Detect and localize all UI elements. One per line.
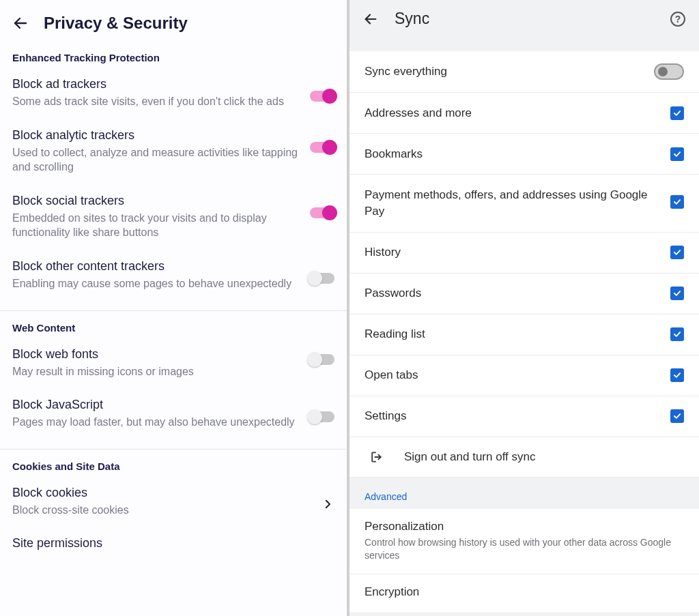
sign-out-icon bbox=[369, 450, 384, 465]
toggle-other-trackers[interactable] bbox=[310, 273, 334, 284]
row-label: Payment methods, offers, and addresses u… bbox=[365, 187, 670, 220]
divider bbox=[0, 449, 347, 450]
checkbox-history[interactable] bbox=[670, 246, 684, 259]
toggle-social-trackers[interactable] bbox=[310, 207, 334, 218]
sign-out-row[interactable]: Sign out and turn off sync bbox=[350, 437, 699, 478]
sync-settings-row[interactable]: Settings bbox=[350, 396, 699, 437]
pref-title: Block JavaScript bbox=[12, 398, 302, 412]
row-label: Sync everything bbox=[365, 65, 654, 78]
pref-block-ad-trackers[interactable]: Block ad trackers Some ads track site vi… bbox=[0, 72, 347, 123]
sync-open-tabs-row[interactable]: Open tabs bbox=[350, 355, 699, 396]
sync-history-row[interactable]: History bbox=[350, 233, 699, 274]
row-label: Settings bbox=[365, 409, 670, 423]
personalization-row[interactable]: Personalization Control how browsing his… bbox=[350, 509, 699, 574]
toggle-analytic-trackers[interactable] bbox=[310, 142, 334, 153]
pref-block-other-trackers[interactable]: Block other content trackers Enabling ma… bbox=[0, 254, 347, 305]
toggle-sync-everything[interactable] bbox=[654, 63, 684, 80]
toggle-ad-trackers[interactable] bbox=[310, 91, 334, 102]
sync-payment-row[interactable]: Payment methods, offers, and addresses u… bbox=[350, 175, 699, 233]
row-label: Passwords bbox=[365, 287, 670, 300]
checkbox-payment[interactable] bbox=[670, 195, 684, 209]
pref-title: Block other content trackers bbox=[12, 259, 302, 274]
left-header: Privacy & Security bbox=[0, 0, 347, 49]
right-header: Sync ? bbox=[350, 0, 699, 38]
pref-subtitle: Block cross-site cookies bbox=[12, 503, 321, 518]
section-cookies: Cookies and Site Data bbox=[0, 458, 347, 480]
pref-subtitle: Used to collect, analyze and measure act… bbox=[12, 145, 302, 175]
row-label: Open tabs bbox=[365, 368, 670, 382]
pref-block-javascript[interactable]: Block JavaScript Pages may load faster, … bbox=[0, 392, 347, 443]
pref-title: Block social trackers bbox=[12, 194, 302, 208]
help-icon[interactable]: ? bbox=[670, 12, 685, 27]
pref-subtitle: Some ads track site visits, even if you … bbox=[12, 94, 302, 109]
row-title: Personalization bbox=[365, 520, 684, 533]
sync-passwords-row[interactable]: Passwords bbox=[350, 274, 699, 314]
row-label: History bbox=[365, 246, 670, 259]
pref-title: Block cookies bbox=[12, 486, 321, 500]
chevron-right-icon bbox=[321, 497, 334, 511]
encryption-row[interactable]: Encryption bbox=[350, 574, 699, 613]
pref-title: Block web fonts bbox=[12, 347, 302, 362]
privacy-security-pane: Privacy & Security Enhanced Tracking Pro… bbox=[0, 0, 350, 616]
sync-bookmarks-row[interactable]: Bookmarks bbox=[350, 134, 699, 175]
section-tracking-protection: Enhanced Tracking Protection bbox=[0, 49, 347, 72]
pref-subtitle: May result in missing icons or images bbox=[12, 364, 302, 379]
page-title: Privacy & Security bbox=[44, 14, 188, 33]
section-web-content: Web Content bbox=[0, 319, 347, 342]
pref-block-cookies[interactable]: Block cookies Block cross-site cookies bbox=[0, 480, 347, 531]
pref-subtitle: Embedded on sites to track your visits a… bbox=[12, 211, 302, 240]
sync-pane: Sync ? Sync everything Addresses and mor… bbox=[350, 0, 699, 616]
pref-block-web-fonts[interactable]: Block web fonts May result in missing ic… bbox=[0, 342, 347, 393]
checkbox-bookmarks[interactable] bbox=[670, 147, 684, 161]
pref-site-permissions[interactable]: Site permissions bbox=[0, 531, 347, 563]
divider bbox=[0, 310, 347, 311]
row-label: Bookmarks bbox=[365, 147, 670, 161]
advanced-section-label: Advanced bbox=[350, 478, 699, 509]
sync-list: Sync everything Addresses and more Bookm… bbox=[350, 51, 699, 478]
page-title: Sync bbox=[395, 10, 654, 28]
checkbox-reading-list[interactable] bbox=[670, 327, 684, 341]
back-arrow-icon[interactable] bbox=[12, 15, 29, 31]
checkbox-addresses[interactable] bbox=[670, 106, 684, 120]
sync-reading-list-row[interactable]: Reading list bbox=[350, 314, 699, 355]
pref-title: Block ad trackers bbox=[12, 77, 302, 91]
pref-block-analytic-trackers[interactable]: Block analytic trackers Used to collect,… bbox=[0, 123, 347, 188]
row-subtitle: Control how browsing history is used wit… bbox=[365, 536, 684, 563]
pref-subtitle: Pages may load faster, but may also beha… bbox=[12, 415, 302, 430]
toggle-javascript[interactable] bbox=[310, 411, 334, 422]
sign-out-label: Sign out and turn off sync bbox=[404, 450, 535, 464]
pref-block-social-trackers[interactable]: Block social trackers Embedded on sites … bbox=[0, 188, 347, 254]
back-arrow-icon[interactable] bbox=[363, 12, 378, 27]
sync-addresses-row[interactable]: Addresses and more bbox=[350, 93, 699, 134]
toggle-web-fonts[interactable] bbox=[310, 354, 334, 365]
checkbox-settings[interactable] bbox=[670, 409, 684, 423]
pref-subtitle: Enabling may cause some pages to behave … bbox=[12, 276, 302, 291]
checkbox-passwords[interactable] bbox=[670, 287, 684, 300]
pref-title: Block analytic trackers bbox=[12, 128, 302, 143]
row-label: Addresses and more bbox=[365, 106, 670, 120]
checkbox-open-tabs[interactable] bbox=[670, 368, 684, 382]
sync-everything-row[interactable]: Sync everything bbox=[350, 51, 699, 93]
row-label: Reading list bbox=[365, 327, 670, 341]
row-title: Encryption bbox=[365, 585, 684, 599]
